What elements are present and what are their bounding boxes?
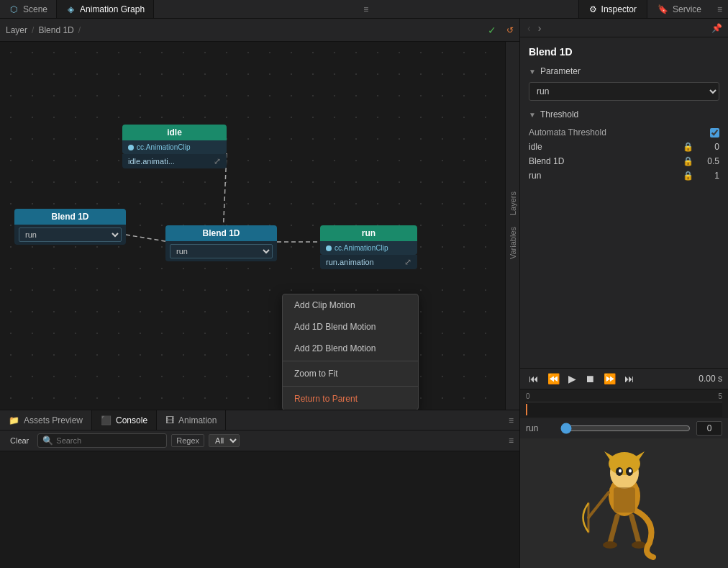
breadcrumb-sep-1: / (32, 25, 34, 35)
bottom-tab-menu[interactable]: ≡ (503, 410, 519, 430)
context-return-to-parent[interactable]: Return to Parent (283, 388, 418, 410)
breadcrumb-blend1d[interactable]: Blend 1D (38, 25, 73, 35)
regex-button[interactable]: Regex (171, 434, 204, 447)
svg-point-18 (632, 541, 646, 549)
layers-label[interactable]: Layers (509, 186, 517, 221)
blend-center-node[interactable]: Blend 1D run (165, 225, 277, 261)
scene-tab-label: Scene (23, 4, 47, 14)
run-node[interactable]: run cc.AnimationClip run.animation ⤢ (320, 225, 417, 269)
nav-forward-button[interactable]: › (535, 22, 545, 34)
timeline-controls: ⏮ ⏪ ▶ ⏹ ⏩ ⏭ 0.00 s (520, 369, 728, 389)
assets-preview-tab[interactable]: 📁 Assets Preview (0, 410, 92, 430)
timeline-playhead (526, 404, 527, 415)
timeline-ruler-area: 0 5 (520, 389, 728, 418)
right-tab-group: ⚙ Inspector 🔖 Service ≡ (578, 0, 728, 18)
run-node-body: cc.AnimationClip (320, 241, 417, 255)
nav-back-button[interactable]: ‹ (524, 22, 534, 34)
breadcrumb-sep-2: / (78, 25, 81, 35)
svg-point-17 (603, 541, 617, 549)
idle-node-dot (128, 145, 134, 150)
inspector-nav: ‹ › (520, 22, 548, 34)
breadcrumb-confirm-button[interactable]: ✓ (488, 24, 496, 36)
animation-tab[interactable]: 🎞 Animation (157, 410, 226, 430)
inspector-title: Blend 1D (520, 43, 728, 63)
idle-clip-type: cc.AnimationClip (137, 143, 190, 151)
threshold-item-run: run 🔒 1 (529, 168, 719, 183)
variables-label[interactable]: Variables (509, 221, 517, 265)
breadcrumb-layer[interactable]: Layer (6, 25, 27, 35)
console-tab[interactable]: ⬛ Console (92, 410, 157, 430)
blend-left-node[interactable]: Blend 1D run (14, 209, 126, 245)
context-add-clip-motion[interactable]: Add Clip Motion (283, 294, 418, 316)
parameter-arrow-icon: ▼ (529, 68, 536, 76)
blend-left-param-select[interactable]: run (19, 227, 122, 242)
threshold-section-header[interactable]: ▼ Threshold (520, 107, 728, 122)
automata-threshold-row: Automata Threshold (529, 125, 719, 140)
parameter-section-header[interactable]: ▼ Parameter (520, 63, 728, 79)
blend-center-param-select[interactable]: run (170, 244, 273, 258)
run-value-input[interactable] (696, 421, 722, 436)
service-tab[interactable]: 🔖 Service (647, 0, 711, 18)
threshold-blend1d-name: Blend 1D (529, 156, 683, 166)
parameter-section-body: run (520, 79, 728, 107)
breadcrumb-refresh-button[interactable]: ↺ (506, 25, 514, 35)
graph-canvas[interactable]: idle cc.AnimationClip idle.animati... ⤢ … (0, 42, 519, 410)
parameter-select[interactable]: run (529, 82, 719, 101)
threshold-idle-name: idle (529, 142, 683, 152)
next-frame-button[interactable]: ⏩ (601, 371, 619, 386)
context-zoom-to-fit[interactable]: Zoom to Fit (283, 363, 418, 384)
context-add-1d-blend[interactable]: Add 1D Blend Motion (283, 316, 418, 338)
bottom-toolbar-menu[interactable]: ≡ (509, 436, 514, 446)
search-input[interactable] (56, 436, 162, 445)
clear-button[interactable]: Clear (6, 435, 33, 446)
run-clip-external-icon[interactable]: ⤢ (404, 257, 411, 267)
scene-icon: ⬡ (9, 4, 19, 14)
graph-panel: Layer / Blend 1D / ✓ ↺ idle cc.Animati (0, 19, 519, 568)
animation-graph-tab[interactable]: ◈ Animation Graph (57, 0, 154, 18)
inspector-body: Blend 1D ▼ Parameter run ▼ Threshold Aut… (520, 37, 728, 368)
inspector-gear-icon: ⚙ (589, 4, 597, 14)
timeline-section: ⏮ ⏪ ▶ ⏹ ⏩ ⏭ 0.00 s 0 5 run (520, 368, 728, 568)
inspector-tab[interactable]: ⚙ Inspector (578, 0, 647, 18)
rewind-button[interactable]: ⏮ (526, 371, 542, 386)
automata-threshold-checkbox[interactable] (710, 128, 719, 138)
blend-left-header: Blend 1D (14, 209, 126, 225)
prev-frame-button[interactable]: ⏪ (545, 371, 563, 386)
timeline-ruler: 0 5 (526, 391, 722, 402)
context-add-2d-blend[interactable]: Add 2D Blend Motion (283, 338, 418, 359)
idle-node[interactable]: idle cc.AnimationClip idle.animati... ⤢ (122, 125, 227, 168)
scene-tab[interactable]: ⬡ Scene (0, 0, 57, 18)
run-clip-type: cc.AnimationClip (335, 244, 388, 252)
idle-clip-name: idle.animati... (128, 157, 175, 166)
service-tab-label: Service (673, 4, 701, 14)
right-tab-menu-button[interactable]: ≡ (711, 0, 728, 18)
log-level-select[interactable]: All (209, 434, 240, 447)
console-tab-label: Console (116, 415, 147, 425)
inspector-pin-button[interactable]: 📌 (706, 23, 728, 33)
threshold-run-name: run (529, 171, 683, 181)
svg-point-6 (609, 452, 640, 475)
search-icon: 🔍 (42, 436, 53, 446)
threshold-item-idle: idle 🔒 0 (529, 140, 719, 154)
idle-clip-external-icon[interactable]: ⤢ (214, 156, 221, 166)
threshold-item-blend1d: Blend 1D 🔒 0.5 (529, 154, 719, 168)
threshold-arrow-icon: ▼ (529, 111, 536, 119)
animation-icon: 🎞 (165, 415, 174, 425)
threshold-section-label: Threshold (540, 109, 578, 120)
threshold-idle-value: 0 (698, 142, 719, 152)
idle-node-header: idle (122, 125, 227, 140)
tab-menu-button[interactable]: ≡ (358, 0, 374, 18)
character-preview (520, 438, 728, 568)
end-button[interactable]: ⏭ (622, 371, 637, 386)
play-button[interactable]: ▶ (565, 371, 579, 386)
timeline-track[interactable] (526, 402, 722, 417)
stop-button[interactable]: ⏹ (582, 371, 598, 386)
svg-point-9 (619, 469, 622, 473)
console-icon: ⬛ (101, 415, 112, 425)
main-area: Layer / Blend 1D / ✓ ↺ idle cc.Animati (0, 19, 728, 568)
anim-tab-label: Animation Graph (80, 4, 145, 14)
run-slider[interactable] (560, 423, 691, 434)
context-divider (283, 361, 418, 361)
search-box: 🔍 (37, 433, 167, 448)
svg-line-1 (126, 235, 169, 242)
